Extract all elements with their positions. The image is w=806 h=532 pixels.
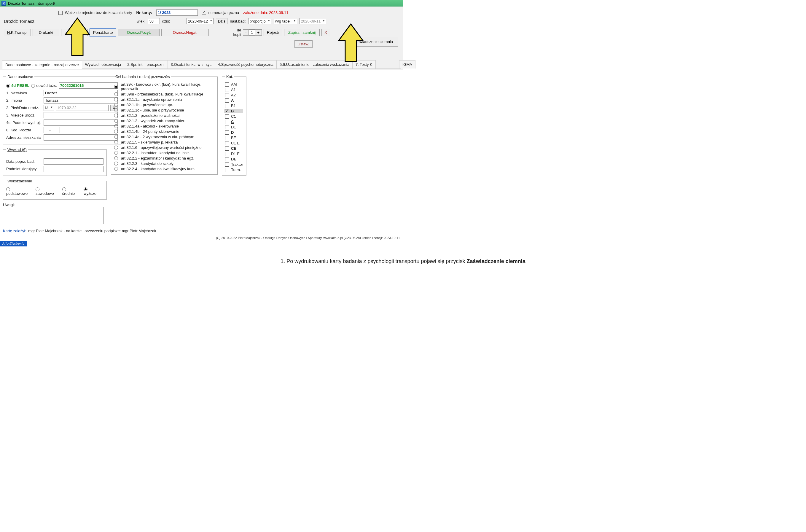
tab-sprawnosc[interactable]: 4.Sprawność psychomotoryczna [215,60,277,69]
purpose-radio[interactable]: art.82.1.5 - skierowany p. lekarza [114,140,214,145]
purpose-radio[interactable]: art.82.1.3 - wypadek zab. ranny-skier. [114,119,214,123]
tab-personal[interactable]: Dane osobowe - kategorie - rodzaj orzecz… [2,60,82,69]
category-checkbox-B[interactable]: B [224,109,243,113]
prev-exam-date-input[interactable] [44,158,103,165]
rejestr-button[interactable]: Rejestr [264,29,282,36]
purpose-radio[interactable]: art.82.1.4b - 24 punty-skierowanie [114,129,214,134]
radio-icon [114,146,118,150]
remarks-label: Uwagi: [3,203,107,207]
referrer-input[interactable] [44,166,103,172]
radio-icon [114,162,118,166]
edu-radio-zawodowe[interactable]: zawodowe [36,187,58,196]
purpose-radio[interactable]: art.82.2.2 - egzaminator i kandydat na e… [114,156,214,160]
nr-karty-input[interactable] [156,10,198,16]
category-checkbox-A2[interactable]: A2 [225,93,243,97]
category-checkbox-D[interactable]: D [225,130,243,135]
purpose-radio[interactable]: art.39k - kierowca / okr. (taxi), kurs k… [114,82,214,91]
category-checkbox-A1[interactable]: A1 [225,88,243,92]
tab-uzasadnienie[interactable]: 5.6.Uzasadnienie - zalecenia /wskazania [276,60,352,69]
checkbox-icon [225,141,229,145]
postcode-input[interactable] [44,127,60,133]
radio-icon [114,85,118,89]
copyright: (C) 2010-2022 Piotr Majchrzak - Obsługa … [0,235,403,241]
purpose-radio[interactable]: art.82.2.4 - kandydat na kwalifikacyjny … [114,167,214,171]
address-input[interactable] [44,134,118,140]
today-button[interactable]: Dziś [216,18,227,24]
today-label: dziś: [162,19,170,23]
id-radio[interactable]: dowód tożs. [31,83,57,88]
birthplace-input[interactable] [44,112,118,118]
category-checkbox-C[interactable]: C [225,119,243,124]
surname-input[interactable] [44,90,118,96]
table-select[interactable]: w/g tabeli [274,18,297,24]
category-checkbox-C1[interactable]: C1 [225,114,243,119]
manual-checkbox[interactable]: numeracja ręczna [202,11,239,15]
purpose-radio[interactable]: art.82.1.2 - przedłużenie ważności [114,113,214,118]
wywiad-fieldset: Wywiad (6) Data poprz. bad. Podmiot kier… [3,147,107,176]
category-checkbox-AM[interactable]: AM [225,82,243,87]
tab-igma[interactable]: IGMA [399,60,416,69]
dob-input[interactable] [56,105,109,111]
edu-radio-wyższe[interactable]: wyższe [84,187,100,196]
date-select[interactable]: 2023-09-12 [187,18,213,24]
checkbox-icon [225,152,229,156]
category-checkbox-BE[interactable]: BE [225,135,243,140]
age-input[interactable] [148,18,160,24]
orzecz-negat-button[interactable]: Orzecz.Negat. [161,29,209,36]
tab-wywiad[interactable]: Wywiad i obserwacja [82,60,124,69]
names-input[interactable] [44,97,118,103]
purpose-radio[interactable]: art.82.1.1b - przywrócenie upr. [114,102,214,107]
category-checkbox-DE[interactable]: DE [225,157,243,161]
radio-icon [114,108,118,112]
edu-radio-średnie[interactable]: średnie [62,187,79,196]
edu-radio-podstawowe[interactable]: podstawowe [6,187,31,196]
issuer-input[interactable] [44,119,118,126]
category-checkbox-B1[interactable]: B1 [225,103,243,108]
copies-plus[interactable]: + [255,30,262,36]
proportion-select[interactable]: proporcjo [248,18,271,24]
zaswiadczenie-button[interactable]: Zaświadczenie ciemnia [348,37,398,46]
next-date-select[interactable]: 2028-09-11 [300,18,326,24]
post-city-input[interactable] [62,127,118,133]
purpose-radio[interactable]: art.82.1.1a - uzyskanie uprawnienia [114,97,214,102]
age-label: wiek: [137,19,146,23]
copies-minus[interactable]: - [243,30,249,36]
purpose-radio[interactable]: art.82.1.1c - ubie. się o przywrócenie [114,108,214,112]
category-checkbox-D1 E[interactable]: D1 E [225,152,243,156]
footer-note: Kartę założył: mgr Piotr Majchrzak - na … [0,227,403,235]
purpose-radio[interactable]: art.82.2.1 - instruktor i kandydat na in… [114,151,214,155]
tab-testy-k[interactable]: 7. Testy K [352,60,376,69]
tab-spr-int[interactable]: 2.Spr. int. i proc.pozn. [124,60,168,69]
pesel-input[interactable] [59,82,118,89]
purpose-radio[interactable]: art.39m - przedsiębiorca, (taxi), kurs k… [114,92,214,96]
checkbox-icon [225,131,229,135]
orzecz-pozyt-button[interactable]: Orzecz.Pozyt. [118,29,159,36]
save-close-button[interactable]: Zapisz i zamknij [284,29,320,36]
copies-value[interactable]: 1 [249,30,255,36]
drukarki-button[interactable]: Drukarki [33,29,59,36]
radio-icon [31,84,35,88]
nk-transp-button[interactable]: NN.K.Transp..K.Transp. [4,29,31,36]
purpose-radio[interactable]: art 82.1.4a - alkohol - skierowanie [114,124,214,128]
pesel-radio[interactable]: 4d PESEL [6,83,30,88]
purpose-radio[interactable]: art.82.2.3 - kandydat do szkoły [114,161,214,166]
checkbox-icon [225,157,229,161]
reg-checkbox[interactable]: Wpisz do rejestru bez drukowania karty [58,11,132,15]
category-checkbox-C1 E[interactable]: C1 E [225,141,243,145]
category-checkbox-Tram.[interactable]: Tram. [225,168,243,172]
ustaw-button[interactable]: Ustaw. [294,40,312,48]
purpose-radio[interactable]: art.82.1.6 - uprzywilejowany wartości pi… [114,145,214,150]
sex-select[interactable]: M [44,105,54,111]
category-checkbox-Traktor[interactable]: Traktor [225,162,243,167]
radio-icon [114,98,118,101]
category-checkbox-CE[interactable]: CE [225,146,243,151]
pon-karte-button[interactable]: Pon.d.karte [90,28,117,37]
oswiad-button[interactable]: Oświad. [61,29,88,36]
category-checkbox-D1[interactable]: D1 [225,125,243,129]
tab-osob[interactable]: 3.Osob.i funkc. w tr. syt. [168,60,215,69]
close-button[interactable]: X [322,29,330,36]
checkbox-icon [225,104,229,108]
purpose-radio[interactable]: art.82.1.4c - 2 wykroczenia w okr. próbn… [114,135,214,139]
category-checkbox-A[interactable]: A [225,98,243,102]
remarks-textarea[interactable] [3,207,104,224]
